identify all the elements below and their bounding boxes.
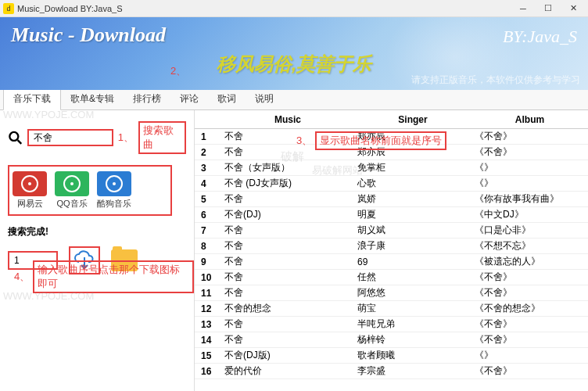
tab-2[interactable]: 排行榜 (124, 88, 170, 109)
cell-album: 《不舍》 (471, 364, 588, 378)
left-panel: WWW.YPOJE.COM 1、 搜索歌曲 网易云QQ音乐酷狗音乐 搜索完成! … (0, 110, 194, 391)
results-panel: 3、 显示歌曲名称前面就是序号 破解 易破解网站 Music Singer Al… (194, 110, 588, 391)
cell-num: 8 (195, 241, 221, 252)
hint-3-text: 显示歌曲名称前面就是序号 (315, 131, 446, 150)
col-music-header[interactable]: Music (221, 114, 354, 125)
hint-2: 2、 (170, 64, 186, 78)
cell-num: 14 (195, 335, 221, 346)
cell-singer: 李宗盛 (354, 364, 471, 378)
cell-singer: 杨梓铃 (354, 333, 471, 346)
cell-singer: 岚娇 (354, 192, 471, 206)
hint-4-text: 输入歌曲序号点击那个下载图标即可 (33, 260, 194, 293)
cell-music: 不舍（女声版） (221, 161, 354, 174)
table-row[interactable]: 7不舍胡义斌《口是心非》 (195, 223, 588, 239)
close-button[interactable]: ✕ (561, 1, 585, 16)
source-qq[interactable]: QQ音乐 (55, 171, 89, 210)
cell-num: 10 (195, 272, 221, 283)
cell-singer: 69 (354, 256, 471, 267)
cell-album: 《》 (471, 177, 588, 190)
app-title: Music - Download (11, 23, 577, 47)
vinyl-icon (13, 171, 47, 196)
source-kugou[interactable]: 酷狗音乐 (97, 171, 131, 210)
source-label: 网易云 (17, 198, 43, 210)
table-row[interactable]: 9不舍69《被遗忘的人》 (195, 254, 588, 270)
source-label: QQ音乐 (56, 198, 87, 210)
cell-num: 1 (195, 131, 221, 142)
cell-music: 不舍 (221, 271, 354, 284)
tab-0[interactable]: 音乐下载 (3, 88, 61, 110)
hint-1-num: 1、 (118, 131, 134, 145)
cell-num: 3 (195, 163, 221, 174)
cell-singer: 萌宝 (354, 302, 471, 315)
col-singer-header[interactable]: Singer (354, 114, 471, 125)
cell-num: 5 (195, 194, 221, 205)
vinyl-icon (97, 171, 131, 196)
cell-music: 不舍 (221, 317, 354, 331)
table-row[interactable]: 14不舍杨梓铃《不舍》 (195, 332, 588, 348)
table-row[interactable]: 8不舍浪子康《不想不忘》 (195, 239, 588, 254)
cell-music: 不舍(DJ版) (221, 349, 354, 362)
cell-music: 不舍 (221, 286, 354, 300)
cell-album: 《不舍》 (471, 333, 588, 346)
table-row[interactable]: 4不舍 (DJ女声版)心歌《》 (195, 176, 588, 192)
status-text: 搜索完成! (8, 225, 186, 239)
svg-point-0 (9, 132, 18, 141)
window-title: Music_Dowload BY:Java_S (17, 4, 511, 13)
cell-num: 9 (195, 256, 221, 267)
tab-5[interactable]: 说明 (246, 88, 283, 109)
search-row: 1、 搜索歌曲 (8, 121, 186, 154)
tab-3[interactable]: 评论 (170, 88, 208, 109)
titlebar: d Music_Dowload BY:Java_S ─ ☐ ✕ (0, 0, 588, 17)
minimize-button[interactable]: ─ (511, 1, 535, 16)
cell-album: 《》 (471, 349, 588, 362)
cell-album: 《不舍》 (471, 317, 588, 331)
cell-album: 《不舍的想念》 (471, 302, 588, 315)
cell-num: 13 (195, 319, 221, 330)
source-netease[interactable]: 网易云 (13, 171, 47, 210)
table-body[interactable]: 1不舍郑亦辰《不舍》2不舍郑亦辰《不舍》3不舍（女声版）免掌柜《》4不舍 (DJ… (195, 129, 588, 389)
cell-singer: 半吨兄弟 (354, 317, 471, 331)
table-row[interactable]: 12不舍的想念萌宝《不舍的想念》 (195, 301, 588, 317)
cell-num: 6 (195, 210, 221, 221)
table-row[interactable]: 5不舍岚娇《你有故事我有曲》 (195, 192, 588, 207)
cell-num: 16 (195, 366, 221, 377)
cell-album: 《不舍》 (471, 145, 588, 159)
cell-album: 《不舍》 (471, 130, 588, 143)
cell-album: 《中文DJ》 (471, 208, 588, 221)
cell-singer: 阿悠悠 (354, 286, 471, 300)
svg-line-1 (18, 140, 22, 144)
vinyl-icon (55, 171, 89, 196)
cell-num: 12 (195, 303, 221, 314)
cell-singer: 免掌柜 (354, 161, 471, 174)
col-album-header[interactable]: Album (471, 114, 588, 125)
maximize-button[interactable]: ☐ (536, 1, 560, 16)
tab-1[interactable]: 歌单&专辑 (61, 88, 124, 109)
search-input[interactable] (27, 129, 113, 146)
cell-music: 不舍 (221, 333, 354, 346)
cell-singer: 明夏 (354, 208, 471, 221)
cell-singer: 任然 (354, 271, 471, 284)
cell-music: 爱的代价 (221, 364, 354, 378)
table-row[interactable]: 16爱的代价李宗盛《不舍》 (195, 364, 588, 379)
table-row[interactable]: 11不舍阿悠悠《不舍》 (195, 285, 588, 301)
source-label: 酷狗音乐 (97, 198, 131, 210)
table-row[interactable]: 3不舍（女声版）免掌柜《》 (195, 160, 588, 176)
table-row[interactable]: 10不舍任然《不舍》 (195, 270, 588, 285)
cell-album: 《被遗忘的人》 (471, 255, 588, 268)
search-icon (8, 130, 23, 145)
cell-singer: 浪子康 (354, 239, 471, 253)
cell-num: 11 (195, 288, 221, 299)
app-icon: d (3, 3, 14, 14)
hint-4: 4、 输入歌曲序号点击那个下载图标即可 (14, 260, 194, 293)
banner: Music - Download BY:Java_S 移风易俗,莫善于乐 请支持… (0, 17, 588, 90)
cell-music: 不舍的想念 (221, 302, 354, 315)
table-row[interactable]: 15不舍(DJ版)歌者顾曦《》 (195, 348, 588, 364)
cell-music: 不舍 (221, 255, 354, 268)
hint-4-num: 4、 (14, 270, 30, 284)
window-controls: ─ ☐ ✕ (511, 1, 585, 16)
tab-4[interactable]: 歌词 (208, 88, 246, 109)
table-row[interactable]: 6不舍(DJ)明夏《中文DJ》 (195, 207, 588, 223)
cell-music: 不舍 (221, 192, 354, 206)
table-row[interactable]: 13不舍半吨兄弟《不舍》 (195, 317, 588, 332)
cell-album: 《你有故事我有曲》 (471, 192, 588, 206)
